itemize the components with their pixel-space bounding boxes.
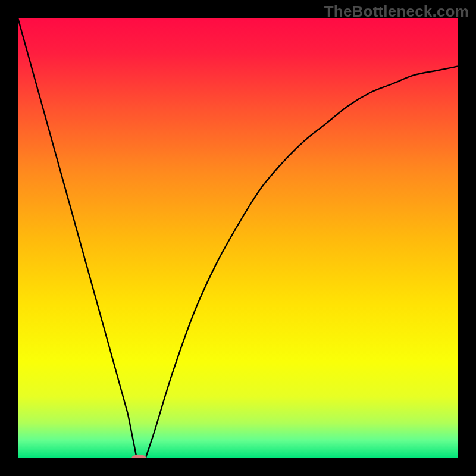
minimum-marker — [131, 455, 147, 458]
chart-frame: TheBottleneck.com — [0, 0, 476, 476]
watermark-text: TheBottleneck.com — [324, 2, 469, 21]
plot-area — [18, 18, 458, 458]
chart-svg — [18, 18, 458, 458]
